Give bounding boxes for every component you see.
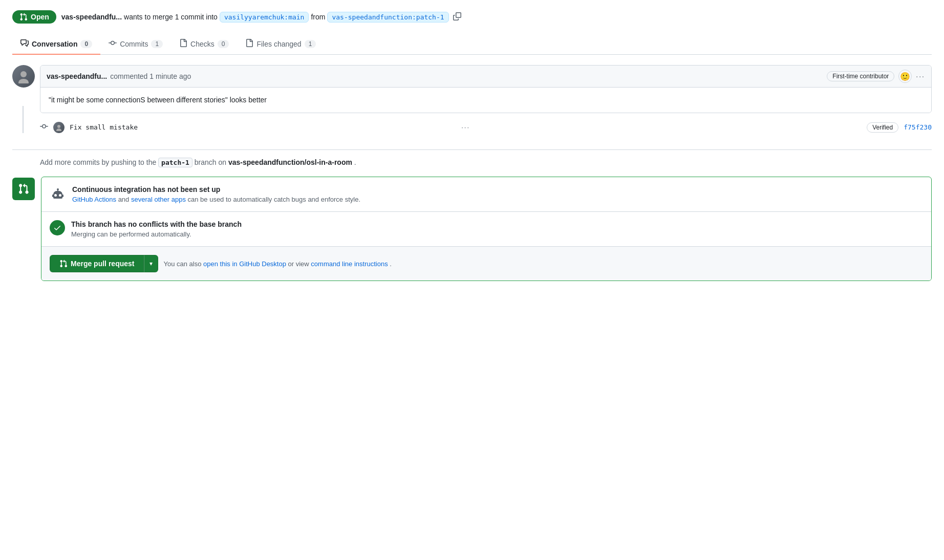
svg-point-0 (20, 71, 27, 77)
tab-commits[interactable]: Commits 1 (100, 34, 171, 55)
commits-tab-label: Commits (120, 40, 148, 48)
merge-box: Continuous integration has not been set … (41, 177, 932, 281)
pr-open-icon (19, 13, 28, 21)
pr-status-badge: Open (12, 10, 56, 24)
timeline-line (23, 106, 24, 133)
commit-row: Fix small mistake ··· Verified f75f230 (12, 121, 932, 133)
pr-tabs: Conversation 0 Commits 1 Checks 0 Files … (12, 34, 932, 55)
merge-action-text: You can also open this in GitHub Desktop… (163, 260, 391, 268)
open-desktop-link[interactable]: open this in GitHub Desktop (203, 260, 286, 268)
comment-header: vas-speedandfu... commented 1 minute ago… (40, 66, 931, 88)
comment-body: "it might be some connectionS between di… (40, 88, 931, 113)
other-apps-link[interactable]: several other apps (131, 196, 186, 203)
merge-section-icon (12, 178, 35, 200)
tab-checks[interactable]: Checks 0 (171, 34, 237, 55)
ci-description: GitHub Actions and several other apps ca… (72, 196, 360, 203)
verified-badge: Verified (867, 122, 898, 133)
files-changed-count: 1 (305, 40, 316, 48)
ci-robot-icon (50, 185, 66, 202)
svg-point-1 (18, 79, 29, 83)
commit-avatar (53, 122, 65, 133)
commit-more-button[interactable]: ··· (461, 123, 470, 131)
pr-description: vas-speedandfu... wants to merge 1 commi… (61, 12, 461, 23)
files-changed-tab-label: Files changed (256, 40, 301, 48)
check-circle-icon (50, 220, 65, 235)
base-branch[interactable]: vasilyyaremchuk:main (220, 12, 309, 23)
first-time-badge: First-time contributor (827, 71, 894, 81)
conversation-tab-label: Conversation (32, 40, 77, 48)
merge-dropdown-button[interactable]: ▾ (144, 255, 158, 272)
checks-tab-label: Checks (190, 40, 214, 48)
ci-title: Continuous integration has not been set … (72, 185, 360, 193)
comment-section: vas-speedandfu... commented 1 minute ago… (12, 65, 932, 113)
push-branch: patch-1 (158, 158, 192, 167)
section-divider (12, 149, 932, 150)
commit-message: Fix small mistake (70, 123, 456, 131)
conversation-icon (20, 39, 29, 49)
commits-count: 1 (151, 40, 163, 48)
ci-text: Continuous integration has not been set … (72, 185, 360, 203)
checks-icon (179, 39, 187, 49)
tab-files-changed[interactable]: Files changed 1 (237, 34, 324, 55)
main-content: vas-speedandfu... commented 1 minute ago… (12, 65, 932, 281)
ci-row: Continuous integration has not been set … (41, 177, 931, 212)
no-conflict-subtitle: Merging can be performed automatically. (71, 230, 242, 238)
svg-point-3 (56, 128, 61, 131)
pr-header: Open vas-speedandfu... wants to merge 1 … (12, 10, 932, 24)
svg-point-2 (57, 125, 60, 128)
cli-link[interactable]: command line instructions (311, 260, 388, 268)
tab-conversation[interactable]: Conversation 0 (12, 34, 100, 55)
merge-action-row: Merge pull request ▾ You can also open t… (41, 247, 931, 281)
push-info-text: Add more commits by pushing to the (40, 158, 158, 166)
chevron-down-icon: ▾ (149, 260, 153, 267)
merge-pull-request-button[interactable]: Merge pull request (50, 255, 144, 272)
emoji-button[interactable]: 🙂 (898, 70, 912, 83)
commit-icon (40, 121, 48, 133)
comment-actions: First-time contributor 🙂 ··· (827, 70, 925, 83)
merge-button-label: Merge pull request (71, 260, 134, 268)
comment-text: "it might be some connectionS between di… (49, 96, 267, 104)
ci-description-after: can be used to automatically catch bugs … (188, 196, 360, 203)
no-conflict-title: This branch has no conflicts with the ba… (71, 220, 242, 228)
conversation-count: 0 (80, 40, 92, 48)
copy-branch-icon[interactable] (453, 12, 461, 22)
comment-time: commented 1 minute ago (110, 72, 191, 80)
no-conflict-row: This branch has no conflicts with the ba… (41, 212, 931, 247)
merge-button-group: Merge pull request ▾ (50, 255, 158, 272)
comment-author[interactable]: vas-speedandfu... (47, 72, 107, 80)
avatar (12, 65, 35, 88)
commit-hash[interactable]: f75f230 (904, 123, 932, 131)
pr-action-text: wants to merge 1 commit into (124, 13, 218, 21)
no-conflict-text: This branch has no conflicts with the ba… (71, 220, 242, 238)
files-changed-icon (245, 39, 253, 49)
comment-meta: vas-speedandfu... commented 1 minute ago (47, 72, 191, 80)
push-info: Add more commits by pushing to the patch… (12, 158, 932, 166)
github-actions-link[interactable]: GitHub Actions (72, 196, 116, 203)
comment-box: vas-speedandfu... commented 1 minute ago… (40, 65, 932, 113)
checks-count: 0 (218, 40, 229, 48)
commits-icon (109, 39, 117, 49)
push-repo-link[interactable]: vas-speedandfunction/osl-in-a-room (228, 158, 352, 166)
merge-section: Continuous integration has not been set … (12, 177, 932, 281)
head-branch[interactable]: vas-speedandfunction:patch-1 (327, 12, 448, 23)
pr-author: vas-speedandfu... (61, 13, 122, 21)
more-options-button[interactable]: ··· (916, 72, 925, 80)
